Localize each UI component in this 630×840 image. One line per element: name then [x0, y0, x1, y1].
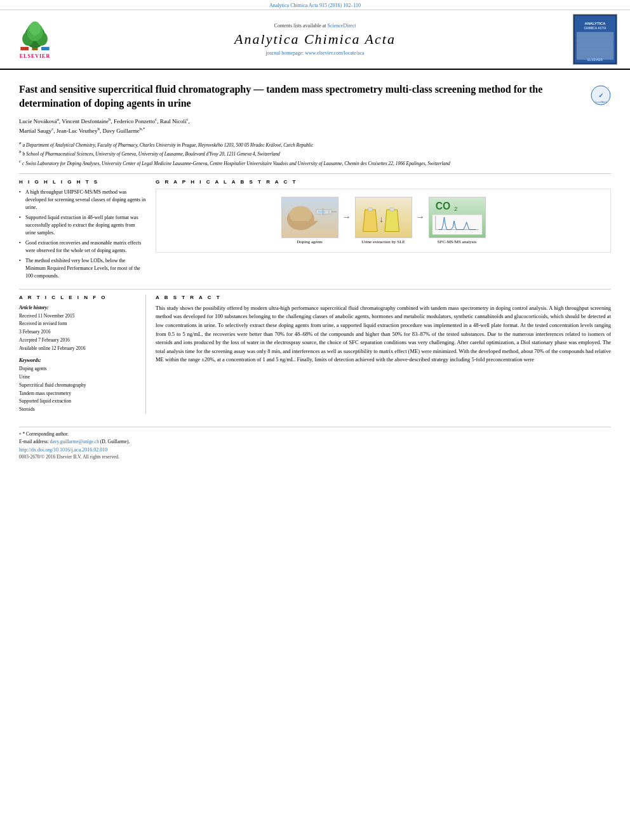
footer-section: * * Corresponding author. E-mail address… [19, 427, 611, 460]
affiliation-b: b b School of Pharmaceutical Sciences, U… [19, 149, 611, 157]
graphical-abstract-images: Doping agents → [160, 197, 607, 244]
doi-line[interactable]: http://dx.doi.org/10.1016/j.aca.2016.02.… [19, 447, 611, 453]
svg-rect-27 [328, 209, 330, 215]
divider-1 [19, 173, 611, 174]
article-title: Fast and sensitive supercritical fluid c… [19, 83, 584, 111]
abstract-text: This study shows the possibility offered… [156, 304, 611, 364]
ga-doping-box: Doping agents [281, 197, 338, 244]
main-content: Fast and sensitive supercritical fluid c… [0, 70, 630, 466]
keyword-3: Supercritical fluid chromatography [19, 382, 139, 390]
keyword-4: Tandem mass spectrometry [19, 390, 139, 398]
graphical-abstract-header: G R A P H I C A L A B S T R A C T [156, 179, 611, 185]
highlight-item-1: A high throughput UHPSFC-MS/MS method wa… [19, 189, 146, 211]
affiliations-section: a a Department of Analytical Chemistry, … [19, 140, 611, 167]
svg-rect-30 [389, 208, 394, 211]
article-title-section: Fast and sensitive supercritical fluid c… [19, 83, 611, 111]
graphical-abstract-content: Doping agents → [156, 189, 611, 253]
revised-date: 3 February 2016 [19, 328, 139, 337]
crossmark-icon: ✓ CrossMark [591, 85, 611, 105]
article-history-label: Article history: [19, 304, 139, 312]
highlight-item-3: Good extraction recoveries and reasonabl… [19, 239, 146, 255]
journal-top-bar: Analytica Chimica Acta 915 (2016) 102–11… [0, 0, 630, 10]
article-info-header: A R T I C L E I N F O [19, 295, 139, 300]
header-center: Contents lists available at ScienceDirec… [70, 14, 560, 65]
abstract-column: A B S T R A C T This study shows the pos… [156, 295, 611, 414]
svg-rect-29 [368, 208, 372, 211]
svg-text:ANALYTICA: ANALYTICA [584, 22, 606, 25]
affiliation-c: c c Swiss Laboratory for Doping Analyses… [19, 158, 611, 167]
ga-arrow-2: → [416, 212, 425, 222]
svg-point-23 [289, 206, 311, 223]
available-date: Available online 12 February 2016 [19, 345, 139, 353]
svg-rect-28 [322, 208, 323, 215]
article-history: Article history: Received 11 November 20… [19, 304, 139, 353]
keywords-title: Keywords: [19, 357, 139, 363]
authors-section: Lucie Novákováa, Vincent Desfontaineb, F… [19, 116, 611, 136]
svg-rect-25 [318, 211, 325, 213]
keyword-6: Steroids [19, 406, 139, 414]
highlights-column: H I G H L I G H T S A high throughput UH… [19, 179, 146, 283]
received-date: Received 11 November 2015 [19, 312, 139, 321]
svg-text:CrossMark: CrossMark [594, 100, 607, 103]
keywords-section: Keywords: Doping agents Urine Supercriti… [19, 357, 139, 414]
header-area: ELSEVIER Contents lists available at Sci… [0, 10, 630, 70]
highlight-item-4: The method exhibited very low LODs, belo… [19, 257, 146, 280]
elsevier-label: ELSEVIER [20, 53, 50, 59]
ga-urine-image: ↓ [355, 197, 412, 238]
corresponding-author-note: * * Corresponding author. [19, 431, 611, 437]
copyright-line: 0003-2670/© 2016 Elsevier B.V. All right… [19, 454, 611, 460]
elsevier-logo: ELSEVIER [16, 20, 54, 59]
homepage-url[interactable]: www.elsevier.com/locate/aca [305, 50, 364, 56]
footnote-star: * [19, 432, 22, 437]
highlights-list: A high throughput UHPSFC-MS/MS method wa… [19, 189, 146, 280]
ga-sfc-image: CO 2 [429, 197, 486, 238]
affiliation-a: a a Department of Analytical Chemistry, … [19, 140, 611, 149]
ga-sfc-box: CO 2 SFC-MS/MS analysi [429, 197, 486, 244]
svg-text:2: 2 [454, 205, 457, 212]
email-line: E-mail address: davy.guillarme@unige.ch … [19, 439, 611, 444]
highlights-header: H I G H L I G H T S [19, 179, 146, 185]
journal-cover-image: ANALYTICA CHIMICA ACTA ELSEVIER [573, 14, 617, 65]
author-email[interactable]: davy.guillarme@unige.ch [50, 439, 99, 444]
svg-rect-7 [41, 46, 50, 50]
sciencedirect-line: Contents lists available at ScienceDirec… [274, 23, 356, 29]
sciencedirect-link[interactable]: ScienceDirect [328, 23, 356, 29]
info-abstract-row: A R T I C L E I N F O Article history: R… [19, 295, 611, 414]
journal-homepage: journal homepage: www.elsevier.com/locat… [266, 50, 365, 56]
keyword-1: Doping agents [19, 365, 139, 373]
abstract-header: A B S T R A C T [156, 295, 611, 300]
svg-text:CO: CO [435, 201, 450, 211]
keyword-2: Urine [19, 373, 139, 382]
divider-2 [19, 289, 611, 290]
page: Analytica Chimica Acta 915 (2016) 102–11… [0, 0, 630, 840]
svg-point-5 [29, 21, 41, 35]
highlights-graphical-row: H I G H L I G H T S A high throughput UH… [19, 179, 611, 283]
svg-text:↓: ↓ [379, 215, 384, 224]
ga-urine-box: ↓ Urine extraction by SLE [355, 197, 412, 244]
received-revised-label: Received in revised form [19, 320, 139, 328]
graphical-abstract-column: G R A P H I C A L A B S T R A C T [156, 179, 611, 283]
header-left: ELSEVIER [6, 14, 64, 65]
svg-text:ELSEVIER: ELSEVIER [587, 58, 603, 62]
elsevier-tree-icon [16, 20, 54, 52]
svg-text:✓: ✓ [598, 92, 603, 99]
article-info-column: A R T I C L E I N F O Article history: R… [19, 295, 146, 414]
ga-arrow-1: → [342, 212, 351, 222]
keyword-5: Supported liquid extraction [19, 397, 139, 406]
highlight-item-2: Supported liquid extraction in 48-well p… [19, 214, 146, 237]
journal-citation: Analytica Chimica Acta 915 (2016) 102–11… [269, 3, 361, 8]
svg-text:CHIMICA ACTA: CHIMICA ACTA [584, 27, 607, 30]
svg-rect-34 [432, 215, 481, 234]
journal-title: Analytica Chimica Acta [234, 31, 396, 48]
accepted-date: Accepted 7 February 2016 [19, 337, 139, 345]
ga-urine-label: Urine extraction by SLE [361, 239, 405, 244]
ga-doping-label: Doping agents [297, 239, 323, 244]
ga-doping-image [281, 197, 338, 238]
svg-rect-6 [20, 46, 29, 50]
header-right: ANALYTICA CHIMICA ACTA ELSEVIER [566, 14, 624, 65]
ga-sfc-label: SFC-MS/MS analysis [438, 239, 476, 244]
